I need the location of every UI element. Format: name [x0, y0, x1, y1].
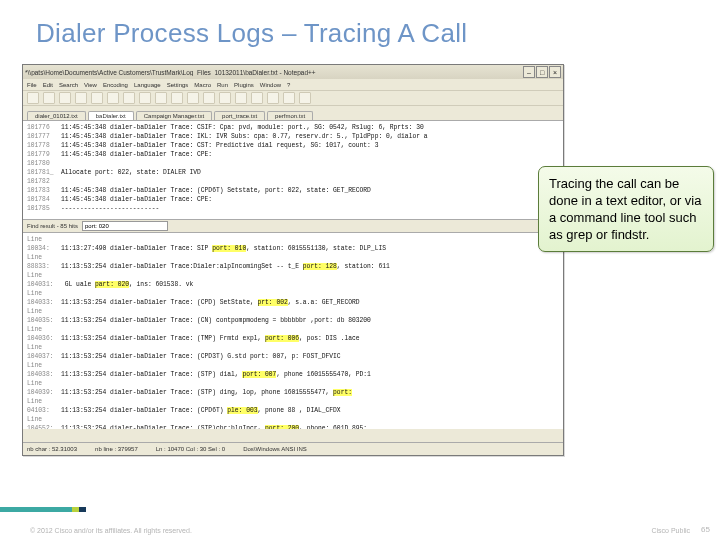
editor-window: *\\pats\Home\Documents\Active Customers\… — [22, 64, 564, 456]
maximize-button[interactable]: □ — [536, 66, 548, 78]
toolbar-button[interactable] — [139, 92, 151, 104]
toolbar-button[interactable] — [155, 92, 167, 104]
tab[interactable]: port_trace.txt — [214, 111, 265, 120]
log-line: 10177711:45:45:348 dialer-baDialer Trace… — [27, 132, 559, 141]
tab[interactable]: dialer_01012.txt — [27, 111, 86, 120]
slide-number: 65 — [701, 525, 710, 534]
log-line: 101785-------------------------- — [27, 204, 559, 213]
toolbar-button[interactable] — [27, 92, 39, 104]
close-button[interactable]: × — [549, 66, 561, 78]
log-line: 10177611:45:45:348 dialer-baDialer Trace… — [27, 123, 559, 132]
log-line: Line 104033:11:13:53:254 dialer-baDialer… — [27, 289, 559, 307]
log-line: Line 104038:11:13:53:254 dialer-baDialer… — [27, 361, 559, 379]
log-line: 10177911:45:45:348 dialer-baDialer Trace… — [27, 150, 559, 159]
find-label: Find result - 85 hits — [27, 223, 78, 229]
minimize-button[interactable]: – — [523, 66, 535, 78]
slide-title: Dialer Process Logs – Tracing A Call — [0, 0, 720, 59]
status-ins: Dos\Windows ANSI INS — [243, 446, 307, 452]
menu-run[interactable]: Run — [217, 82, 228, 88]
log-line: Line 104035:11:13:53:254 dialer-baDialer… — [27, 307, 559, 325]
toolbar-button[interactable] — [251, 92, 263, 104]
menu-edit[interactable]: Edit — [43, 82, 53, 88]
find-results-bar: Find result - 85 hits — [23, 220, 563, 233]
tabbar[interactable]: dialer_01012.txtbaDialer.txtCampaign Man… — [23, 106, 563, 121]
editor-pane-top[interactable]: 10177611:45:45:348 dialer-baDialer Trace… — [23, 121, 563, 220]
titlebar: *\\pats\Home\Documents\Active Customers\… — [23, 65, 563, 79]
menu-plugins[interactable]: Plugins — [234, 82, 254, 88]
menu-search[interactable]: Search — [59, 82, 78, 88]
log-line: Line 104037:11:13:53:254 dialer-baDialer… — [27, 343, 559, 361]
toolbar-button[interactable] — [107, 92, 119, 104]
footer-brand: Cisco Public — [651, 527, 690, 534]
menu-macro[interactable]: Macro — [194, 82, 211, 88]
menu-view[interactable]: View — [84, 82, 97, 88]
statusbar: nb char : 52.31003 nb line : 379957 Ln :… — [23, 442, 563, 455]
log-line: Line 88833:11:13:53:254 dialer-baDialer … — [27, 253, 559, 271]
toolbar-button[interactable] — [283, 92, 295, 104]
menu-language[interactable]: Language — [134, 82, 161, 88]
toolbar-button[interactable] — [75, 92, 87, 104]
toolbar-button[interactable] — [91, 92, 103, 104]
menu-encoding[interactable]: Encoding — [103, 82, 128, 88]
toolbar-button[interactable] — [299, 92, 311, 104]
toolbar-button[interactable] — [219, 92, 231, 104]
log-line: Line 104036:11:13:53:254 dialer-baDialer… — [27, 325, 559, 343]
log-line: Line 10034:11:13:27:490 dialer-baDialer … — [27, 235, 559, 253]
find-input[interactable] — [82, 221, 168, 231]
toolbar-button[interactable] — [43, 92, 55, 104]
toolbar-button[interactable] — [59, 92, 71, 104]
toolbar-button[interactable] — [187, 92, 199, 104]
log-line: 10177811:45:45:348 dialer-baDialer Trace… — [27, 141, 559, 150]
tab[interactable]: baDialer.txt — [88, 111, 134, 120]
log-line: 10178311:45:45:348 dialer-baDialer Trace… — [27, 186, 559, 195]
status-lines: nb line : 379957 — [95, 446, 138, 452]
menu-file[interactable]: File — [27, 82, 37, 88]
toolbar-button[interactable] — [203, 92, 215, 104]
log-line: 101781_Allocate port: 022, state: DIALER… — [27, 168, 559, 177]
log-line: 101782 — [27, 177, 559, 186]
tab[interactable]: perfmon.txt — [267, 111, 313, 120]
toolbar-button[interactable] — [267, 92, 279, 104]
log-line: Line 104552:11:13:53:254 dialer-baDialer… — [27, 415, 559, 429]
menu-window[interactable]: Window — [260, 82, 281, 88]
toolbar-button[interactable] — [171, 92, 183, 104]
toolbar-button[interactable] — [123, 92, 135, 104]
status-chars: nb char : 52.31003 — [27, 446, 77, 452]
toolbar-button[interactable] — [235, 92, 247, 104]
menu-?[interactable]: ? — [287, 82, 290, 88]
brand-bar — [0, 507, 720, 512]
status-pos: Ln : 10470 Col : 30 Sel : 0 — [156, 446, 225, 452]
log-line: 10178411:45:45:348 dialer-baDialer Trace… — [27, 195, 559, 204]
editor-pane-bottom[interactable]: Line 10034:11:13:27:490 dialer-baDialer … — [23, 233, 563, 429]
callout-box: Tracing the call can be done in a text e… — [538, 166, 714, 252]
log-line: Line 104039:11:13:53:254 dialer-baDialer… — [27, 379, 559, 397]
log-line: Line 04103:11:13:53:254 dialer-baDialer … — [27, 397, 559, 415]
menu-settings[interactable]: Settings — [167, 82, 189, 88]
log-line: Line 104031: GL uale part: 020, ins: 601… — [27, 271, 559, 289]
window-title: *\\pats\Home\Documents\Active Customers\… — [25, 69, 522, 76]
menubar[interactable]: FileEditSearchViewEncodingLanguageSettin… — [23, 79, 563, 91]
tab[interactable]: Campaign Manager.txt — [136, 111, 212, 120]
footer-copyright: © 2012 Cisco and/or its affiliates. All … — [30, 527, 192, 534]
toolbar[interactable] — [23, 91, 563, 106]
log-line: 101780 — [27, 159, 559, 168]
